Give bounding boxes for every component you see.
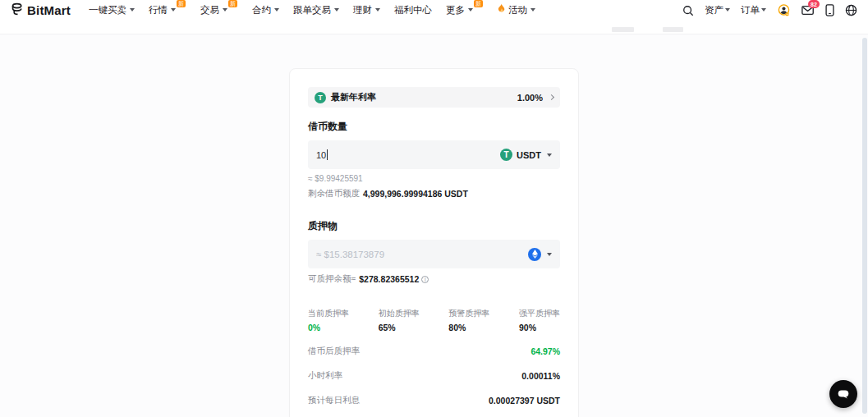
chevron-down-icon [334, 8, 339, 11]
page-body: T 最新年利率 1.00% 借币数量 10 T USDT ≈ $9.994255… [0, 34, 868, 417]
remaining-quota-value: 4,999,996.99994186 USDT [363, 189, 468, 199]
nav-item-quick-buy[interactable]: 一键买卖 [89, 4, 135, 16]
nav-item-more[interactable]: 更多 新 [446, 4, 484, 16]
new-badge: 新 [177, 0, 186, 7]
daily-interest-value: 0.00027397 USDT [489, 396, 560, 406]
available-collateral-line: 可质押余额≈ $278.82365512 i [308, 273, 560, 285]
borrow-currency-select[interactable]: T USDT [500, 149, 552, 161]
chevron-down-icon [375, 8, 380, 11]
borrow-usd-approx: ≈ $9.99425591 [308, 174, 560, 183]
chat-widget-button[interactable] [829, 380, 857, 408]
support-avatar-icon[interactable] [777, 3, 791, 17]
text-cursor [327, 149, 328, 160]
messages-icon[interactable]: 82 [801, 5, 815, 16]
chevron-down-icon [547, 154, 552, 157]
skeleton-placeholder [612, 27, 634, 32]
bitmart-logo-icon [11, 2, 25, 19]
eth-coin-icon [528, 248, 541, 261]
post-borrow-ltv-value: 64.97% [530, 346, 560, 356]
new-badge: 新 [228, 0, 237, 7]
nav-item-rewards[interactable]: 福利中心 [394, 4, 432, 16]
available-collateral-label: 可质押余额≈ [308, 273, 356, 285]
vertical-scrollbar[interactable] [862, 38, 867, 414]
liquidation-ltv-col: 强平质押率 90% [519, 308, 560, 332]
post-borrow-ltv-row: 借币后质押率 64.97% [308, 346, 560, 357]
new-badge: 新 [474, 0, 483, 7]
chevron-down-icon [725, 8, 730, 11]
main-nav: 一键买卖 行情 新 交易 新 合约 跟单交易 理财 福利中心 更多 新 [89, 4, 535, 16]
skeleton-placeholder [663, 27, 683, 32]
ratio-summary: 当前质押率 0% 初始质押率 65% 预警质押率 80% 强平质押率 90% [308, 308, 560, 332]
borrow-currency-label: USDT [517, 150, 541, 160]
nav-item-earn[interactable]: 理财 [353, 4, 380, 16]
mobile-app-icon[interactable] [825, 4, 834, 16]
chevron-down-icon [468, 8, 473, 11]
borrow-amount-input[interactable]: 10 T USDT [308, 140, 560, 169]
flame-icon [498, 3, 505, 15]
chevron-down-icon [274, 8, 279, 11]
chevron-down-icon [223, 8, 227, 11]
nav-item-events[interactable]: 活动 [498, 4, 535, 16]
chat-bubble-icon [836, 387, 851, 401]
nav-item-markets[interactable]: 行情 新 [149, 4, 186, 16]
hourly-rate-row: 小时利率 0.00011% [308, 370, 560, 382]
available-collateral-value: $278.82365512 [359, 274, 419, 284]
annual-rate-value: 1.00% [517, 93, 543, 103]
nav-item-copy-trading[interactable]: 跟单交易 [293, 4, 339, 16]
liquidation-ltv-value: 90% [519, 323, 560, 332]
unread-count-badge: 82 [808, 0, 820, 8]
warning-ltv-value: 80% [448, 323, 489, 332]
hourly-rate-value: 0.00011% [521, 371, 560, 381]
chevron-down-icon [171, 8, 176, 11]
chevron-right-icon [549, 94, 554, 100]
remaining-quota-label: 剩余借币额度 [308, 188, 360, 199]
chevron-down-icon [761, 8, 766, 11]
nav-item-trade[interactable]: 交易 新 [200, 4, 238, 16]
bitmart-logo[interactable]: BitMart [11, 2, 71, 19]
borrow-panel: T 最新年利率 1.00% 借币数量 10 T USDT ≈ $9.994255… [289, 68, 579, 417]
initial-ltv-col: 初始质押率 65% [379, 308, 420, 332]
collateral-currency-select[interactable] [528, 248, 552, 261]
logo-wordmark: BitMart [27, 3, 71, 17]
warning-ltv-col: 预警质押率 80% [448, 308, 489, 332]
borrow-amount-value: 10 [316, 150, 326, 160]
nav-item-futures[interactable]: 合约 [252, 4, 279, 16]
info-icon[interactable]: i [421, 276, 429, 283]
search-icon[interactable] [682, 5, 694, 16]
collateral-placeholder: ≈ $15.38173879 [316, 250, 384, 259]
borrow-amount-label: 借币数量 [308, 120, 560, 134]
collateral-amount-input[interactable]: ≈ $15.38173879 [308, 240, 560, 268]
annual-rate-banner[interactable]: T 最新年利率 1.00% [308, 87, 560, 108]
chevron-down-icon [547, 253, 552, 256]
language-globe-icon[interactable] [845, 4, 857, 16]
header-right-cluster: 资产 订单 82 [682, 3, 857, 17]
assets-menu[interactable]: 资产 [705, 4, 730, 16]
chevron-down-icon [530, 8, 535, 11]
current-ltv-value: 0% [308, 323, 349, 332]
page-subheader [0, 21, 868, 34]
daily-interest-row: 预计每日利息 0.00027397 USDT [308, 395, 560, 406]
usdt-coin-icon: T [315, 92, 326, 103]
orders-menu[interactable]: 订单 [741, 4, 766, 16]
top-navbar: BitMart 一键买卖 行情 新 交易 新 合约 跟单交易 理财 福利中心 更… [0, 0, 868, 21]
current-ltv-col: 当前质押率 0% [308, 308, 349, 332]
initial-ltv-value: 65% [379, 323, 420, 332]
chevron-down-icon [130, 8, 135, 11]
usdt-coin-icon: T [500, 149, 512, 161]
annual-rate-label: 最新年利率 [331, 91, 376, 103]
remaining-quota-line: 剩余借币额度 4,999,996.99994186 USDT [308, 188, 560, 199]
collateral-label: 质押物 [308, 219, 560, 233]
